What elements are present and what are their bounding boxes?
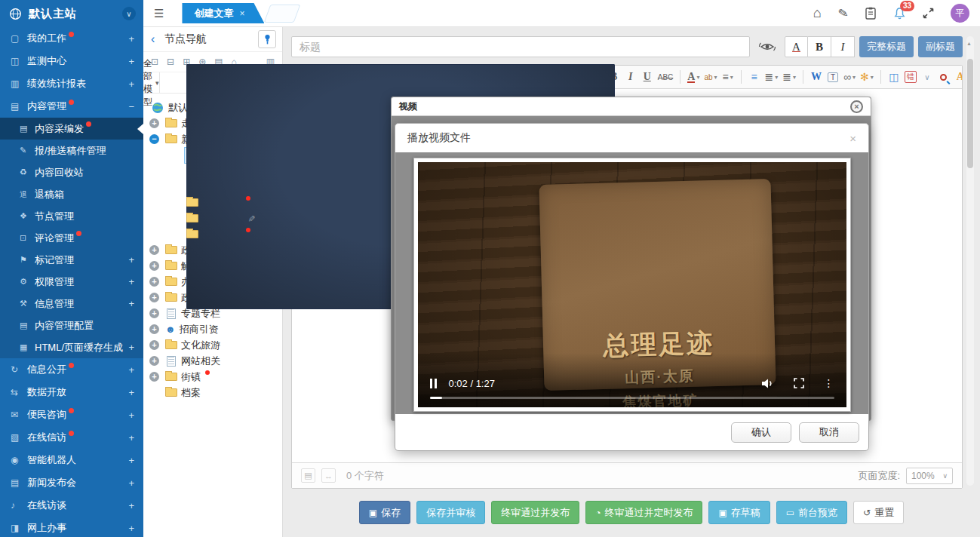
font-color-icon[interactable]: A▾ [686, 68, 701, 86]
expand-icon[interactable]: + [128, 410, 134, 421]
sidebar-item[interactable]: ▥绩效统计报表+ [0, 72, 143, 95]
expand-toggle-icon[interactable]: + [149, 293, 159, 302]
title-bold-button[interactable]: B [808, 36, 831, 57]
draft-clipboard-icon[interactable] [865, 7, 877, 20]
expand-toggle-icon[interactable]: + [149, 308, 159, 318]
tree-node[interactable]: +文化旅游 [148, 337, 279, 353]
sidebar-item[interactable]: ▤内容采编发 [0, 118, 143, 140]
expand-toggle-icon[interactable]: + [149, 340, 159, 350]
magic-icon[interactable]: ✻▾ [859, 68, 875, 86]
sidebar-item[interactable]: ◫监测中心+ [0, 50, 143, 72]
tree-node[interactable]: +网站相关 [148, 353, 279, 369]
video-progress-bar[interactable] [430, 397, 834, 399]
expand-icon[interactable]: + [128, 500, 134, 511]
sidebar-item[interactable]: ⊡评论管理 [0, 227, 143, 249]
expand-icon[interactable]: + [128, 455, 134, 466]
tree-node[interactable]: +街镇 [148, 369, 279, 385]
ordered-list-icon[interactable]: ≣▾ [763, 68, 780, 86]
reset-button[interactable]: ↺重置 [853, 501, 904, 524]
expand-toggle-icon[interactable]: + [149, 118, 159, 128]
page-width-select[interactable]: 100%∨ [906, 468, 953, 484]
action-button[interactable]: 终审通过并发布 [491, 501, 579, 524]
sidebar-item[interactable]: ✉便民咨询+ [0, 404, 143, 426]
indent-icon[interactable]: ≡ [747, 68, 762, 86]
sidebar-item[interactable]: ⚑标记管理+ [0, 249, 143, 271]
link-icon[interactable]: ∞▾ [842, 68, 857, 86]
search-doc-icon[interactable] [936, 68, 951, 86]
expand-toggle-icon[interactable]: + [149, 324, 159, 334]
video-fullscreen-icon[interactable] [794, 378, 804, 388]
fullscreen-icon[interactable] [923, 8, 934, 19]
subtitle-button[interactable]: 副标题 [918, 36, 963, 57]
expand-icon[interactable]: + [128, 33, 134, 44]
cancel-button[interactable]: 取消 [799, 422, 859, 443]
sidebar-item[interactable]: ◉智能机器人+ [0, 449, 143, 471]
collapse-toggle-icon[interactable]: − [149, 134, 159, 144]
expand-toggle-icon[interactable]: + [149, 277, 159, 287]
sidebar-item[interactable]: ⇆数据开放+ [0, 381, 143, 404]
auto-width-icon[interactable]: ↔ [321, 468, 336, 483]
sidebar-item[interactable]: ⚙权限管理+ [0, 271, 143, 293]
expand-toggle-icon[interactable]: + [149, 356, 159, 366]
model-filter-select[interactable]: 全部模型▾ [143, 72, 160, 93]
expand-icon[interactable]: + [128, 78, 134, 90]
sidebar-item[interactable]: 退退稿箱 [0, 183, 143, 205]
sidebar-item[interactable]: ▤内容管理− [0, 95, 143, 118]
action-button[interactable]: ▭前台预览 [776, 501, 847, 524]
panel-back-icon[interactable]: ‹ [151, 32, 164, 46]
expand-icon[interactable]: + [128, 387, 134, 398]
video-player[interactable]: 总理足迹 山西·太原 焦煤官地矿 2016.1.5 0:02 / 1:27 [418, 162, 846, 407]
action-button[interactable]: ◔终审通过并定时发布 [585, 501, 702, 524]
paste-text-icon[interactable]: T [825, 68, 840, 86]
highlight-icon[interactable]: ab▾ [702, 68, 718, 86]
expand-icon[interactable]: + [128, 342, 134, 353]
tree-collapse-icon[interactable]: ⊟ [167, 57, 174, 67]
tree-node[interactable]: 档案 [148, 385, 279, 400]
sidebar-item[interactable]: ✎报/推送稿件管理 [0, 140, 143, 161]
expand-icon[interactable]: + [128, 56, 134, 67]
sidebar-item[interactable]: ♪在线访谈+ [0, 494, 143, 517]
scroll-up-icon[interactable]: ▲ [966, 41, 972, 46]
sidebar-collapse-icon[interactable]: ∨ [122, 7, 136, 20]
unordered-list-icon[interactable]: ≣▾ [781, 68, 797, 86]
title-italic-button[interactable]: I [831, 36, 855, 57]
expand-icon[interactable]: + [128, 432, 134, 443]
sidebar-item[interactable]: ▦HTML/页面缓存生成+ [0, 336, 143, 358]
expand-toggle-icon[interactable]: + [149, 372, 159, 382]
expand-icon[interactable]: − [128, 101, 134, 112]
word-import-icon[interactable]: W [809, 68, 824, 86]
tree-node[interactable]: 视频新闻 [148, 179, 279, 195]
scrollbar-thumb[interactable] [967, 59, 973, 168]
title-color-button[interactable]: A [785, 36, 808, 57]
bell-icon[interactable]: 33 [893, 7, 906, 20]
expand-icon[interactable]: + [128, 364, 134, 376]
action-button[interactable]: ▣保存 [359, 501, 410, 524]
collapse-menu-icon[interactable]: ☰ [154, 7, 164, 20]
expand-icon[interactable]: + [128, 276, 134, 287]
pause-button[interactable] [430, 379, 437, 388]
avatar[interactable]: 平 [951, 4, 969, 23]
play-video-close-icon[interactable]: × [849, 132, 856, 145]
expand-icon[interactable]: + [128, 254, 134, 265]
sidebar-item[interactable]: ▧在线信访+ [0, 426, 143, 449]
action-button[interactable]: 保存并审核 [416, 501, 485, 524]
sidebar-item[interactable]: ↻信息公开+ [0, 358, 143, 381]
sidebar-item[interactable]: ◨网上办事+ [0, 517, 143, 537]
video-menu-icon[interactable]: ⋮ [824, 377, 834, 389]
expand-icon[interactable]: + [128, 298, 134, 309]
columns-icon[interactable]: ◫ [886, 68, 902, 86]
align-icon[interactable]: ≡▾ [720, 68, 736, 86]
action-button[interactable]: ▣存草稿 [708, 501, 770, 524]
sidebar-item[interactable]: ▢我的工作+ [0, 27, 143, 50]
scrollbar[interactable]: ▲ [966, 36, 974, 486]
site-header[interactable]: 默认主站 ∨ [0, 0, 143, 27]
pin-icon[interactable] [258, 30, 276, 48]
sidebar-item[interactable]: ♻内容回收站 [0, 161, 143, 183]
quill-icon[interactable]: ✎ [837, 5, 849, 21]
expand-icon[interactable]: + [128, 477, 134, 489]
proofread-icon[interactable]: 错 [903, 68, 918, 86]
full-title-button[interactable]: 完整标题 [859, 36, 914, 57]
sidebar-item[interactable]: ▤内容管理配置 [0, 315, 143, 336]
tab-create-article[interactable]: 创建文章 × [182, 3, 264, 23]
tree-node[interactable]: +☻招商引资 [148, 321, 279, 337]
